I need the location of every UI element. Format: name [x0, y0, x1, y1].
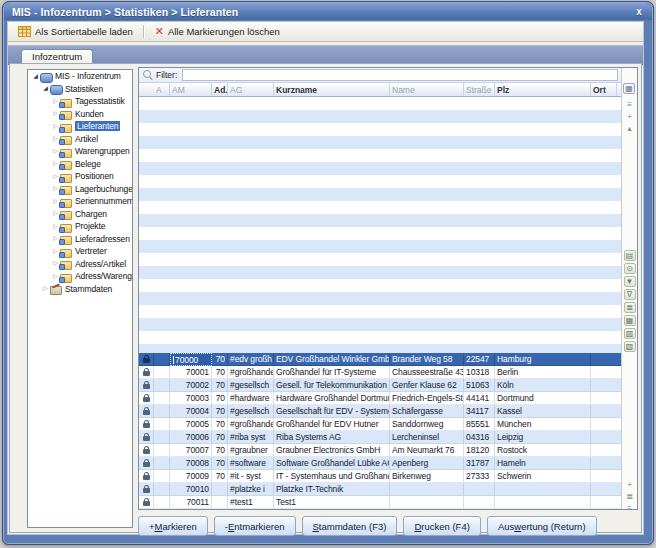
cell-adnr[interactable]: 70001 — [170, 366, 212, 379]
cell-name[interactable]: Großhandel für IT-Systeme — [274, 366, 390, 379]
table-row[interactable]: 70006 70 #riba syst Riba Systems AG Lerc… — [139, 431, 621, 444]
save-layout-icon[interactable]: ▼ — [624, 276, 636, 287]
close-button[interactable]: x — [634, 6, 644, 17]
cell-plz[interactable] — [464, 483, 495, 496]
cell-ag[interactable]: 70 — [212, 366, 228, 379]
cell-plz[interactable]: 27333 — [464, 470, 495, 483]
cell-marker[interactable] — [139, 418, 154, 431]
cell-ag[interactable]: 70 — [212, 405, 228, 418]
cell-plz[interactable]: 51063 — [464, 379, 495, 392]
cell-am[interactable] — [154, 470, 170, 483]
table-row[interactable]: 70008 70 #software Software Großhandel L… — [139, 457, 621, 470]
cell-marker[interactable] — [139, 496, 154, 509]
tree-item[interactable]: Kunden — [28, 108, 132, 121]
column-chooser-icon[interactable]: ▦ — [623, 83, 635, 94]
cell-am[interactable] — [154, 366, 170, 379]
table-row[interactable]: 70009 70 #it - syst IT - Systemhaus und … — [139, 470, 621, 483]
action-button[interactable]: Auswertung (Return) — [487, 516, 597, 536]
cell-strasse[interactable]: Genfer Klause 62 — [390, 379, 464, 392]
tree-item[interactable]: Statistiken — [28, 83, 132, 96]
column-header[interactable]: Straße ▼ — [464, 83, 495, 96]
column-header[interactable]: AM ▼ — [170, 83, 212, 96]
details-view-icon[interactable]: ▧ — [624, 341, 636, 352]
more-rows-icon[interactable]: ≡ — [627, 504, 632, 510]
cell-ag[interactable]: 70 — [212, 392, 228, 405]
cell-marker[interactable] — [139, 405, 154, 418]
tree-item[interactable]: Seriennummern — [28, 195, 132, 208]
cell-strasse[interactable]: Friedrich-Engels-Str. — [390, 392, 464, 405]
table-row[interactable]: 70010 #platzke i Platzke IT-Technik — [139, 483, 621, 496]
cell-name[interactable]: Software Großhandel Lübke AG — [274, 457, 390, 470]
cell-ort[interactable]: Berlin — [495, 366, 591, 379]
cell-strasse[interactable]: Lercheninsel — [390, 431, 464, 444]
cell-kurzname[interactable]: #test1 — [228, 496, 274, 509]
table-row[interactable]: 70005 70 #großhande Großhandel für EDV H… — [139, 418, 621, 431]
add-row-icon[interactable]: + — [627, 112, 632, 122]
cell-ag[interactable]: 70 — [212, 444, 228, 457]
cell-name[interactable]: Gesell. für Telekommunikation — [274, 379, 390, 392]
cell-ag[interactable]: 70 — [212, 418, 228, 431]
cell-adnr[interactable]: 70010 — [170, 483, 212, 496]
card-view-icon[interactable]: ▤ — [624, 250, 636, 261]
cell-strasse[interactable]: Chausseestraße 43 — [390, 366, 464, 379]
cell-ort[interactable]: München — [495, 418, 591, 431]
cell-ort[interactable] — [495, 483, 591, 496]
cell-strasse[interactable] — [390, 496, 464, 509]
cell-ag[interactable]: 70 — [212, 431, 228, 444]
tree-item[interactable]: Lieferanten — [28, 120, 132, 133]
column-header[interactable]: AG ▼ — [228, 83, 274, 96]
cell-ag[interactable]: 70 — [212, 470, 228, 483]
filter-input[interactable] — [182, 69, 618, 81]
action-button[interactable]: - Entmarkieren — [214, 516, 296, 536]
action-button[interactable]: Stammdaten (F3) — [302, 516, 398, 536]
cell-ort[interactable]: Rostock — [495, 444, 591, 457]
cell-adnr[interactable]: 70008 — [170, 457, 212, 470]
append-row-icon[interactable]: + — [627, 480, 632, 490]
column-header[interactable]: Ad.Nr ▼ — [212, 83, 228, 96]
cell-ort[interactable] — [495, 496, 591, 509]
cell-ort[interactable]: Hameln — [495, 457, 591, 470]
cell-ag[interactable] — [212, 496, 228, 509]
cell-adnr[interactable]: 70003 — [170, 392, 212, 405]
tree-item[interactable]: Tagesstatistik — [28, 95, 132, 108]
cell-marker[interactable] — [139, 483, 154, 496]
cell-am[interactable] — [154, 405, 170, 418]
cell-am[interactable] — [154, 379, 170, 392]
column-header[interactable]: A ▼ — [154, 83, 170, 96]
cell-plz[interactable]: 85551 — [464, 418, 495, 431]
column-header[interactable]: Ort ▼ — [591, 83, 617, 96]
tree-expander-icon[interactable] — [31, 72, 40, 81]
tree-item[interactable]: Warengruppen — [28, 145, 132, 158]
cell-ort[interactable]: Dortmund — [495, 392, 591, 405]
cell-marker[interactable] — [139, 470, 154, 483]
cell-am[interactable] — [154, 431, 170, 444]
cell-am[interactable] — [154, 392, 170, 405]
cell-name[interactable]: IT - Systemhaus und Großhandel — [274, 470, 390, 483]
cell-adnr[interactable]: 70009 — [170, 470, 212, 483]
tree-expander-icon[interactable] — [41, 284, 50, 293]
table-row[interactable]: 70000 70 #edv großh EDV Großhandel Winkl… — [139, 353, 621, 366]
cell-kurzname[interactable]: #it - syst — [228, 470, 274, 483]
tree-item[interactable]: Stammdaten — [28, 283, 132, 296]
cell-name[interactable]: Graubner Electronics GmbH — [274, 444, 390, 457]
cell-kurzname[interactable]: #großhande — [228, 418, 274, 431]
tree-item[interactable]: Projekte — [28, 220, 132, 233]
tree-item[interactable]: Adress/Artikel — [28, 258, 132, 271]
cell-am[interactable] — [154, 444, 170, 457]
clear-marks-button[interactable]: ✕ Alle Markierungen löschen — [149, 25, 286, 38]
table-row[interactable]: 70007 70 #graubner Graubner Electronics … — [139, 444, 621, 457]
cell-marker[interactable] — [139, 379, 154, 392]
table-row[interactable]: 70011 #test1 Test1 — [139, 496, 621, 509]
cell-adnr[interactable]: 70007 — [170, 444, 212, 457]
tree-item[interactable]: Belege — [28, 158, 132, 171]
cell-name[interactable]: Test1 — [274, 496, 390, 509]
action-button[interactable]: Drucken (F4) — [403, 516, 480, 536]
cell-marker[interactable] — [139, 353, 154, 366]
cell-strasse[interactable]: Birkenweg — [390, 470, 464, 483]
cell-plz[interactable]: 34117 — [464, 405, 495, 418]
cell-adnr[interactable]: 70006 — [170, 431, 212, 444]
cell-plz[interactable]: 10318 — [464, 366, 495, 379]
cell-strasse[interactable]: Apenberg — [390, 457, 464, 470]
cell-adnr[interactable]: 70005 — [170, 418, 212, 431]
action-button[interactable]: + Markieren — [138, 516, 208, 536]
